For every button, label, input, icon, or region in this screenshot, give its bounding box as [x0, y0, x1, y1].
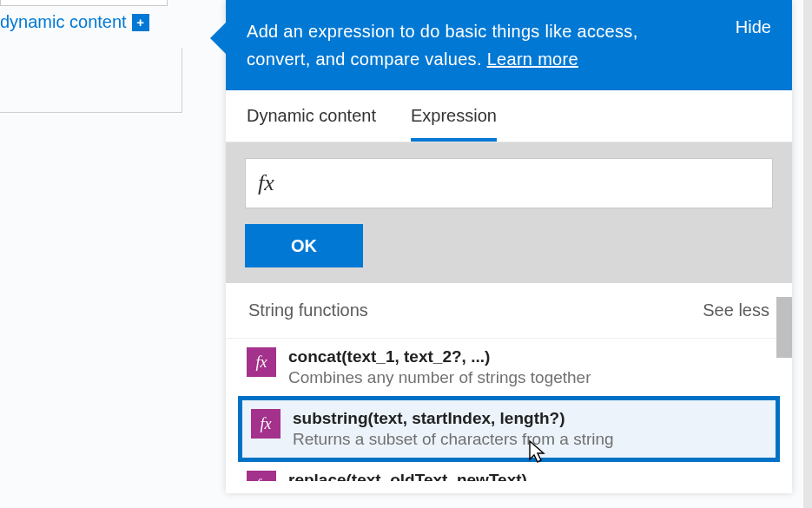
tab-dynamic-content[interactable]: Dynamic content	[247, 106, 376, 142]
hide-button[interactable]: Hide	[736, 17, 771, 37]
function-item-concat[interactable]: fx concat(text_1, text_2?, ...) Combines…	[238, 339, 780, 396]
tab-expression[interactable]: Expression	[411, 106, 497, 142]
function-group-header: String functions See less	[226, 283, 792, 339]
function-list: fx concat(text_1, text_2?, ...) Combines…	[226, 339, 792, 493]
fx-icon: fx	[258, 170, 274, 196]
callout-arrow-icon	[210, 23, 226, 54]
fx-icon: fx	[247, 471, 276, 481]
scrollbar-thumb[interactable]	[776, 297, 792, 358]
fx-icon: fx	[251, 409, 281, 439]
function-group-title: String functions	[248, 300, 368, 320]
header-text: Add an expression to do basic things lik…	[247, 17, 681, 73]
right-shadow	[803, 0, 812, 508]
see-less-button[interactable]: See less	[703, 300, 769, 320]
dynamic-content-label: dynamic content	[0, 12, 127, 32]
fx-icon: fx	[247, 347, 276, 377]
function-description: Combines any number of strings together	[288, 368, 771, 387]
expression-callout: Add an expression to do basic things lik…	[226, 0, 792, 493]
header-description: Add an expression to do basic things lik…	[247, 22, 638, 69]
expression-editor-area: fx OK	[226, 142, 792, 283]
plus-icon[interactable]: +	[132, 14, 149, 31]
dynamic-content-pill[interactable]: dynamic content +	[0, 12, 149, 32]
function-description: Returns a subset of characters from a st…	[293, 430, 767, 449]
function-item-replace[interactable]: fx replace(text, oldText, newText)	[238, 462, 780, 481]
function-signature: replace(text, oldText, newText)	[288, 471, 771, 481]
tab-bar: Dynamic content Expression	[226, 90, 792, 142]
callout-header: Add an expression to do basic things lik…	[226, 0, 792, 90]
ok-button[interactable]: OK	[245, 224, 363, 267]
function-signature: concat(text_1, text_2?, ...)	[288, 347, 771, 366]
learn-more-link[interactable]: Learn more	[487, 49, 578, 69]
card-outline-fragment	[0, 48, 182, 113]
function-item-substring[interactable]: fx substring(text, startIndex, length?) …	[238, 396, 780, 462]
function-signature: substring(text, startIndex, length?)	[293, 409, 767, 428]
expression-input[interactable]: fx	[245, 158, 773, 208]
input-outline-fragment	[0, 0, 168, 6]
